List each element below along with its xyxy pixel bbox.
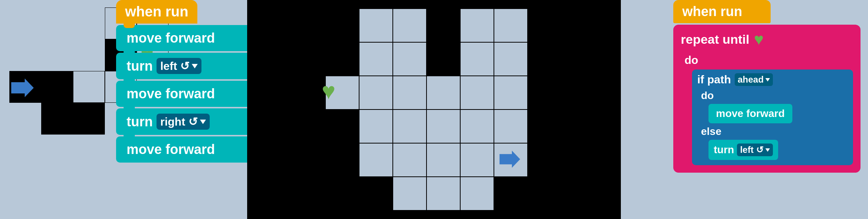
when-run-block-1[interactable]: when run bbox=[116, 0, 197, 24]
chevron-down-icon-4 bbox=[765, 148, 770, 152]
maze2-cell bbox=[494, 9, 528, 42]
maze2-cell bbox=[427, 110, 460, 143]
repeat-heart-icon: ♥ bbox=[754, 30, 764, 49]
move-forward-inner-block[interactable]: move forward bbox=[708, 104, 792, 123]
maze2-cell bbox=[359, 76, 393, 110]
move-forward-block-2[interactable]: move forward bbox=[116, 81, 251, 107]
if-else-block[interactable]: if path ahead do move forward else tu bbox=[692, 70, 853, 165]
left-dropdown-label: left ↺ bbox=[160, 59, 189, 73]
maze1-black bbox=[73, 103, 105, 135]
left-dropdown-inner[interactable]: left ↺ bbox=[737, 144, 773, 156]
maze2-cell bbox=[359, 9, 393, 42]
else-label: else bbox=[701, 126, 848, 138]
turn-label-2: turn bbox=[127, 114, 153, 130]
maze2-cell bbox=[460, 76, 494, 110]
maze2-cell bbox=[427, 76, 460, 110]
maze2-cell bbox=[393, 177, 427, 210]
left-dropdown[interactable]: left ↺ bbox=[157, 58, 201, 74]
when-run-label-2: when run bbox=[682, 4, 742, 19]
maze1-cell bbox=[73, 71, 105, 103]
turn-inner-label: turn bbox=[714, 144, 734, 156]
maze2-cell bbox=[427, 177, 460, 210]
maze2-cell bbox=[393, 76, 427, 110]
maze2-heart: ♥ bbox=[322, 78, 336, 104]
center-panel: ♥ bbox=[247, 0, 621, 219]
move-forward-label-3: move forward bbox=[127, 142, 215, 157]
repeat-until-header: repeat until ♥ bbox=[681, 30, 853, 49]
maze2-cell bbox=[460, 9, 494, 42]
ahead-dropdown-label: ahead bbox=[738, 74, 764, 85]
move-forward-label-2: move forward bbox=[127, 86, 215, 102]
turn-left-block[interactable]: turn left ↺ bbox=[116, 53, 251, 79]
nested-do-label: do bbox=[701, 90, 848, 102]
maze2-cell bbox=[460, 177, 494, 210]
repeat-until-label: repeat until bbox=[681, 32, 749, 47]
maze2-cell bbox=[359, 110, 393, 143]
right-dropdown[interactable]: right ↺ bbox=[157, 114, 210, 130]
chevron-down-icon-3 bbox=[765, 78, 770, 81]
maze2-cell bbox=[393, 42, 427, 76]
maze2-cell bbox=[460, 42, 494, 76]
blocks-panel-2: when run repeat until ♥ do if path ahead bbox=[673, 0, 861, 173]
turn-left-inner-block[interactable]: turn left ↺ bbox=[708, 140, 778, 160]
maze2-cell bbox=[494, 76, 528, 110]
left-dropdown-inner-label: left ↺ bbox=[740, 145, 764, 155]
repeat-until-block[interactable]: repeat until ♥ do if path ahead do bbox=[673, 25, 861, 173]
chevron-down-icon-1 bbox=[192, 64, 198, 68]
maze2-cell bbox=[460, 143, 494, 177]
turn-right-block[interactable]: turn right ↺ bbox=[116, 108, 251, 135]
move-forward-label-1: move forward bbox=[127, 30, 215, 46]
maze2-cell bbox=[393, 110, 427, 143]
move-forward-block-3[interactable]: move forward bbox=[116, 136, 251, 163]
maze2-container: ♥ bbox=[325, 9, 543, 210]
maze2-cell bbox=[359, 42, 393, 76]
maze2-cell bbox=[393, 9, 427, 42]
right-dropdown-label: right ↺ bbox=[160, 115, 198, 128]
turn-label-1: turn bbox=[127, 58, 153, 74]
repeat-do-label: do bbox=[685, 54, 853, 67]
maze2-cell bbox=[494, 110, 528, 143]
left-panel: ♥ when run move forward turn left ↺ move… bbox=[0, 0, 247, 219]
maze2-cell bbox=[427, 143, 460, 177]
maze2-cell bbox=[494, 42, 528, 76]
right-panel: when run repeat until ♥ do if path ahead bbox=[621, 0, 868, 219]
maze2-cell bbox=[393, 143, 427, 177]
chevron-down-icon-2 bbox=[200, 120, 206, 124]
maze2-cell bbox=[460, 110, 494, 143]
maze1-black bbox=[41, 71, 73, 103]
move-forward-inner-label: move forward bbox=[716, 108, 785, 119]
maze1-black bbox=[41, 103, 73, 135]
maze2-cell bbox=[359, 143, 393, 177]
when-run-label-1: when run bbox=[125, 4, 188, 19]
move-forward-block-1[interactable]: move forward bbox=[116, 25, 251, 51]
if-path-header: if path ahead bbox=[697, 73, 848, 86]
blocks-panel-1: when run move forward turn left ↺ move f… bbox=[116, 0, 251, 163]
ahead-dropdown[interactable]: ahead bbox=[735, 73, 773, 86]
if-path-label: if path bbox=[697, 73, 731, 86]
when-run-block-2[interactable]: when run bbox=[673, 0, 771, 23]
